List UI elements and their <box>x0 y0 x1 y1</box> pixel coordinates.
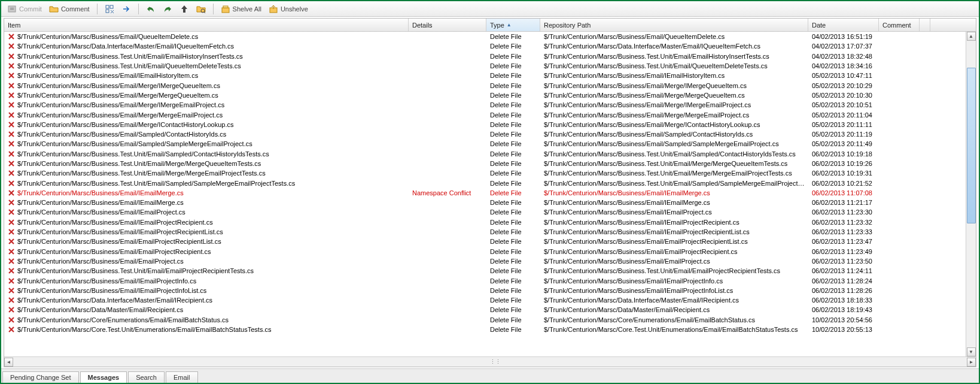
table-row[interactable]: $/Trunk/Centurion/Marsc/Business/Email/I… <box>4 286 976 295</box>
item-path: $/Trunk/Centurion/Marsc/Business/Email/E… <box>17 248 211 255</box>
cell-details: Namespace Conflict <box>409 189 486 196</box>
cell-type: Delete File <box>486 316 540 323</box>
comment-button[interactable]: Comment <box>47 3 92 15</box>
delete-icon <box>8 101 15 108</box>
horizontal-scrollbar[interactable]: ◄ ⋮⋮ ► <box>4 356 976 367</box>
column-header-type[interactable]: Type▲ <box>486 19 540 31</box>
unshelve-button[interactable]: Unshelve <box>266 3 311 15</box>
table-body: $/Trunk/Centurion/Marsc/Business/Email/Q… <box>4 32 976 356</box>
tool-icon-5[interactable] <box>177 3 191 15</box>
table-row[interactable]: $/Trunk/Centurion/Marsc/Business/Email/I… <box>4 207 976 217</box>
tool-icon-1[interactable] <box>102 3 117 15</box>
column-header-details[interactable]: Details <box>409 19 486 31</box>
commit-label: Commit <box>19 5 42 13</box>
hscroll-track[interactable]: ⋮⋮ <box>13 358 967 367</box>
delete-icon <box>8 33 15 40</box>
scroll-down-button[interactable]: ▼ <box>967 347 976 356</box>
tool-icon-2[interactable] <box>119 3 133 15</box>
cell-item: $/Trunk/Centurion/Marsc/Business.Test.Un… <box>4 150 409 158</box>
vertical-scrollbar[interactable]: ▲ ▼ <box>966 32 976 356</box>
table-row[interactable]: $/Trunk/Centurion/Marsc/Business.Test.Un… <box>4 159 976 168</box>
cell-repo: $/Trunk/Centurion/Marsc/Business.Test.Un… <box>540 180 808 187</box>
table-row[interactable]: $/Trunk/Centurion/Marsc/Business/Email/S… <box>4 129 976 139</box>
table-row[interactable]: $/Trunk/Centurion/Marsc/Business.Test.Un… <box>4 168 976 178</box>
toolbar-separator <box>213 4 214 14</box>
shelve-all-button[interactable]: Shelve All <box>218 3 264 15</box>
tool-icon-3[interactable] <box>144 3 158 15</box>
tab-pending-change-set[interactable]: Pending Change Set <box>2 371 79 383</box>
table-row[interactable]: $/Trunk/Centurion/Marsc/Data/Master/Emai… <box>4 305 976 315</box>
column-header-scroll <box>920 19 930 31</box>
table-row[interactable]: $/Trunk/Centurion/Marsc/Business.Test.Un… <box>4 52 976 61</box>
table-row[interactable]: $/Trunk/Centurion/Marsc/Business/Email/M… <box>4 120 976 129</box>
item-path: $/Trunk/Centurion/Marsc/Business.Test.Un… <box>17 180 295 187</box>
cell-type: Delete File <box>486 43 540 50</box>
table-row[interactable]: $/Trunk/Centurion/Marsc/Business/Email/I… <box>4 227 976 237</box>
table-row[interactable]: $/Trunk/Centurion/Marsc/Business/Email/S… <box>4 139 976 149</box>
tool-icon-4[interactable] <box>160 3 175 15</box>
column-header-repo[interactable]: Repository Path <box>540 19 808 31</box>
cell-date: 06/02/2013 11:24:11 <box>808 267 879 274</box>
table-row[interactable]: $/Trunk/Centurion/Marsc/Business/Email/I… <box>4 198 976 207</box>
cell-type: Delete File <box>486 82 540 89</box>
table-row[interactable]: $/Trunk/Centurion/Marsc/Business.Test.Un… <box>4 61 976 71</box>
table-row[interactable]: $/Trunk/Centurion/Marsc/Business/Email/I… <box>4 188 976 198</box>
item-path: $/Trunk/Centurion/Marsc/Business.Test.Un… <box>17 267 254 274</box>
cell-repo: $/Trunk/Centurion/Marsc/Data.Interface/M… <box>540 297 808 304</box>
column-header-item[interactable]: Item <box>4 19 409 31</box>
cell-item: $/Trunk/Centurion/Marsc/Business.Test.Un… <box>4 267 409 274</box>
tab-search[interactable]: Search <box>128 371 165 383</box>
scroll-track[interactable] <box>967 41 976 347</box>
scroll-thumb[interactable] <box>967 68 976 223</box>
column-header-comment[interactable]: Comment <box>879 19 920 31</box>
pending-changes-table: Item Details Type▲ Repository Path Date … <box>4 18 976 367</box>
table-row[interactable]: $/Trunk/Centurion/Marsc/Business/Email/E… <box>4 256 976 266</box>
scroll-left-button[interactable]: ◄ <box>4 358 13 367</box>
cell-item: $/Trunk/Centurion/Marsc/Business.Test.Un… <box>4 53 409 60</box>
toolbar: Commit Comment Shelve All Unshelve <box>1 1 979 17</box>
table-row[interactable]: $/Trunk/Centurion/Marsc/Data.Interface/M… <box>4 295 976 305</box>
table-row[interactable]: $/Trunk/Centurion/Marsc/Business/Email/M… <box>4 110 976 119</box>
table-row[interactable]: $/Trunk/Centurion/Marsc/Business.Test.Un… <box>4 178 976 188</box>
table-row[interactable]: $/Trunk/Centurion/Marsc/Business/Email/Q… <box>4 32 976 41</box>
tool-icon-6[interactable] <box>194 3 208 15</box>
table-row[interactable]: $/Trunk/Centurion/Marsc/Business/Email/I… <box>4 71 976 80</box>
cell-repo: $/Trunk/Centurion/Marsc/Business/Email/M… <box>540 101 808 108</box>
commit-button[interactable]: Commit <box>5 3 44 15</box>
delete-icon <box>8 180 15 187</box>
cell-repo: $/Trunk/Centurion/Marsc/Business/Email/M… <box>540 82 808 89</box>
delete-icon <box>8 306 15 313</box>
cell-type: Delete File <box>486 140 540 147</box>
table-row[interactable]: $/Trunk/Centurion/Marsc/Core.Test.Unit/E… <box>4 325 976 334</box>
table-row[interactable]: $/Trunk/Centurion/Marsc/Business/Email/M… <box>4 100 976 110</box>
table-row[interactable]: $/Trunk/Centurion/Marsc/Business/Email/I… <box>4 276 976 285</box>
scroll-up-button[interactable]: ▲ <box>967 32 976 41</box>
column-header-date[interactable]: Date <box>808 19 879 31</box>
table-row[interactable]: $/Trunk/Centurion/Marsc/Core/Enumeration… <box>4 315 976 325</box>
scroll-right-button[interactable]: ► <box>967 358 976 367</box>
item-path: $/Trunk/Centurion/Marsc/Data/Master/Emai… <box>17 306 183 313</box>
delete-icon <box>8 297 15 304</box>
table-row[interactable]: $/Trunk/Centurion/Marsc/Business.Test.Un… <box>4 266 976 276</box>
delete-icon <box>8 316 15 323</box>
table-row[interactable]: $/Trunk/Centurion/Marsc/Business/Email/I… <box>4 217 976 227</box>
cell-type: Delete File <box>486 306 540 313</box>
item-path: $/Trunk/Centurion/Marsc/Business/Email/I… <box>17 199 184 206</box>
svg-rect-5 <box>106 10 109 13</box>
table-row[interactable]: $/Trunk/Centurion/Marsc/Business/Email/M… <box>4 90 976 100</box>
delete-icon <box>8 258 15 265</box>
tab-email[interactable]: Email <box>166 371 198 383</box>
cell-date: 04/02/2013 18:32:48 <box>808 53 879 60</box>
cell-date: 06/02/2013 18:19:43 <box>808 306 879 313</box>
table-row[interactable]: $/Trunk/Centurion/Marsc/Business/Email/E… <box>4 247 976 256</box>
table-row[interactable]: $/Trunk/Centurion/Marsc/Business/Email/E… <box>4 237 976 246</box>
tab-messages[interactable]: Messages <box>80 371 127 383</box>
cell-item: $/Trunk/Centurion/Marsc/Business/Email/I… <box>4 72 409 79</box>
cell-item: $/Trunk/Centurion/Marsc/Business/Email/I… <box>4 228 409 235</box>
cell-type: Delete File <box>486 131 540 138</box>
table-row[interactable]: $/Trunk/Centurion/Marsc/Business.Test.Un… <box>4 149 976 159</box>
cell-item: $/Trunk/Centurion/Marsc/Business/Email/E… <box>4 248 409 255</box>
cell-item: $/Trunk/Centurion/Marsc/Data.Interface/M… <box>4 297 409 304</box>
table-row[interactable]: $/Trunk/Centurion/Marsc/Data.Interface/M… <box>4 41 976 51</box>
table-row[interactable]: $/Trunk/Centurion/Marsc/Business/Email/M… <box>4 80 976 90</box>
